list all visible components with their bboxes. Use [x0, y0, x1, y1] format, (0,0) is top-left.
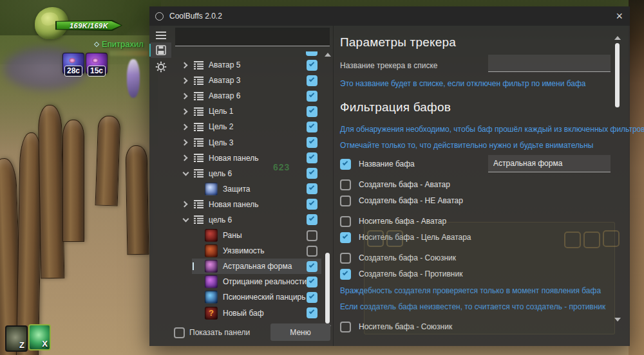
tree-item-label: Уязвимость	[223, 246, 265, 255]
tree-item-checkbox[interactable]	[307, 137, 317, 148]
scroll-up-icon[interactable]	[325, 53, 331, 57]
tracker-name-input[interactable]	[488, 55, 611, 72]
filter-checkbox[interactable]	[340, 232, 351, 243]
scroll-up-icon[interactable]	[614, 36, 621, 40]
tree-row[interactable]: Цель 3	[173, 134, 332, 150]
filter-checkbox[interactable]	[340, 216, 351, 227]
filter-checkbox[interactable]	[340, 269, 351, 280]
tree-item-checkbox[interactable]	[307, 199, 317, 210]
wooden-post	[38, 105, 65, 279]
list-icon	[193, 92, 204, 100]
chevron-icon[interactable]	[182, 216, 189, 223]
tree-row[interactable]: Астральная форма	[173, 259, 332, 274]
tree-item-label: Аватар 3	[209, 76, 240, 85]
panel-scrollbar-thumb[interactable]	[615, 43, 620, 107]
tree-row[interactable]: Уязвимость	[173, 243, 332, 259]
chevron-icon[interactable]	[182, 93, 188, 99]
filter-hint-2: Отмечайте только то, что действительно н…	[340, 141, 593, 150]
psionicheskiy-pancir-icon	[205, 291, 218, 304]
tree-item-label: Новая панель	[209, 200, 258, 209]
chevron-icon[interactable]	[182, 77, 188, 84]
buff-name-checkbox[interactable]	[340, 159, 351, 170]
show-panels-checkbox[interactable]	[174, 327, 185, 338]
tree-row[interactable]: Цель 2	[173, 119, 332, 134]
filter-checkbox[interactable]	[340, 253, 351, 264]
filter-row[interactable]: Носитель бафа - Аватар	[340, 215, 446, 227]
buff-icon-2: 15с	[86, 53, 108, 74]
tree-row[interactable]: ? Новый баф	[173, 305, 332, 321]
tree-row[interactable]: Псионический панцирь	[173, 289, 332, 305]
settings-button[interactable]	[149, 60, 173, 73]
tree-item-checkbox[interactable]	[307, 152, 317, 163]
filter-row[interactable]: Создатель бафа - Союзник	[340, 252, 456, 264]
wooden-post	[126, 145, 149, 255]
tracker-name-hint: Это название будет в списке, если отключ…	[340, 79, 586, 88]
tree-item-label: Цель 2	[209, 122, 233, 131]
tree-item-checkbox[interactable]	[307, 75, 317, 86]
tree-item-checkbox[interactable]	[307, 91, 317, 102]
tree-item-checkbox[interactable]	[307, 246, 317, 257]
filter-row[interactable]: Создатель бафа - Аватар	[340, 179, 450, 190]
filter-label: Создатель бафа - Союзник	[359, 253, 456, 262]
tree-item-checkbox[interactable]	[307, 106, 317, 117]
tree-row[interactable]: Защита	[173, 181, 332, 197]
buff-name-filter-row[interactable]: Название бафа	[340, 158, 415, 170]
chevron-icon[interactable]	[182, 140, 188, 146]
skill-slot-z[interactable]: Z	[5, 325, 28, 352]
chevron-icon[interactable]	[182, 123, 188, 130]
tree-row[interactable]: Новая панель	[173, 197, 332, 212]
buff-name-label: Название бафа	[359, 159, 415, 168]
tree-item-checkbox[interactable]	[307, 214, 317, 225]
chevron-icon[interactable]	[182, 169, 189, 176]
filter-checkbox[interactable]	[340, 179, 351, 190]
filter-row[interactable]: Создатель бафа - Противник	[340, 268, 462, 280]
chevron-icon[interactable]	[182, 155, 188, 161]
chevron-icon[interactable]	[182, 62, 188, 68]
tree-item-label: цель 6	[209, 215, 232, 224]
close-button[interactable]: ×	[616, 8, 623, 24]
tree-row[interactable]: Новая панель	[173, 150, 332, 166]
menu-button[interactable]: Меню	[270, 323, 330, 341]
gear-icon	[155, 61, 167, 73]
tree-item-label: цель 6	[209, 169, 232, 178]
tree-scrollbar[interactable]	[325, 48, 330, 328]
tree-row[interactable]: Раны	[173, 228, 332, 243]
filter-row[interactable]: Носитель бафа - Союзник	[340, 321, 452, 332]
otricanie-realnosti-icon	[205, 275, 218, 288]
tree-scrollbar-thumb[interactable]	[325, 253, 330, 323]
zashchita-icon	[205, 183, 218, 196]
tree-item-checkbox[interactable]	[307, 183, 317, 194]
tree-item-checkbox[interactable]	[307, 292, 317, 303]
tree-row[interactable]: Аватар 6	[173, 88, 332, 104]
filter-row[interactable]: Создатель бафа - НЕ Аватар	[340, 195, 463, 206]
filter-row[interactable]: Носитель бафа - Цель Аватара	[340, 232, 471, 243]
filter-checkbox[interactable]	[340, 322, 351, 332]
skill-slot-x[interactable]: X	[28, 324, 51, 350]
filter-checkbox[interactable]	[340, 196, 351, 206]
tree-item-checkbox[interactable]	[307, 261, 317, 272]
tree-row[interactable]: Аватар 3	[173, 73, 332, 88]
tree-row[interactable]: цель 6	[173, 166, 332, 181]
tree-item-checkbox[interactable]	[307, 168, 317, 179]
tree-search-input[interactable]	[175, 28, 330, 46]
chevron-icon[interactable]	[182, 108, 188, 114]
tree-row[interactable]: Аватар 5	[173, 57, 332, 73]
tree-item-checkbox[interactable]	[307, 230, 317, 241]
tracker-settings-panel: Параметры трекера Название трекера в спи…	[340, 6, 611, 346]
astralnaya-forma-icon	[205, 260, 218, 273]
scroll-down-icon[interactable]	[614, 318, 621, 322]
tree-item-checkbox[interactable]	[307, 307, 317, 318]
save-profile-button[interactable]	[151, 42, 171, 58]
chevron-icon[interactable]	[182, 201, 188, 208]
menu-hamburger-button[interactable]	[149, 30, 173, 41]
tree-item-checkbox[interactable]	[307, 122, 317, 132]
filter-label: Создатель бафа - Противник	[359, 269, 462, 278]
tree-row[interactable]: цель 6	[173, 212, 332, 228]
buff-name-input[interactable]	[488, 155, 611, 172]
wooden-post	[95, 115, 121, 206]
panel-scrollbar[interactable]	[615, 32, 620, 328]
tree-row[interactable]: Цель 1	[173, 104, 332, 119]
tree-row[interactable]: Отрицание реальности	[173, 274, 332, 289]
tree-item-checkbox[interactable]	[307, 60, 317, 71]
tree-item-checkbox[interactable]	[307, 277, 317, 287]
